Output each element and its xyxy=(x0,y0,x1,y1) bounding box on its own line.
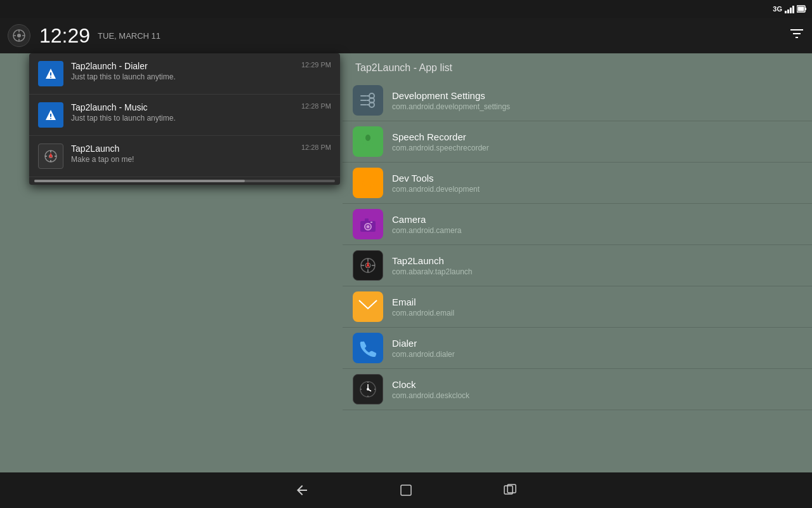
svg-point-66 xyxy=(360,389,362,390)
notif-title-music: Tap2launch - Music xyxy=(71,102,296,112)
notif-subtitle-music: Just tap this to launch anytime. xyxy=(71,114,296,123)
notif-icon-dialer xyxy=(38,61,63,86)
notif-title-tap2launch: Tap2Launch xyxy=(71,144,296,154)
app-list-title: Tap2Launch - App list xyxy=(343,53,812,80)
svg-marker-58 xyxy=(366,261,370,268)
app-icon-dev-tools xyxy=(353,168,383,198)
logo-icon xyxy=(12,29,26,43)
top-bar: 12:29 TUE, MARCH 11 xyxy=(0,18,812,53)
notif-content-music: Tap2launch - Music Just tap this to laun… xyxy=(71,102,296,123)
signal-bars xyxy=(785,4,794,13)
app-package: com.android.development_settings xyxy=(392,102,802,111)
app-info: Dev Tools com.android.development xyxy=(392,173,802,194)
app-package: com.abaralv.tap2launch xyxy=(392,267,802,276)
network-label: 3G xyxy=(773,5,782,13)
notif-content-dialer: Tap2launch - Dialer Just tap this to lau… xyxy=(71,61,296,81)
svg-rect-31 xyxy=(360,104,367,105)
list-item[interactable]: Camera com.android.camera xyxy=(343,204,812,245)
notif-time-dialer: 12:29 PM xyxy=(301,61,331,69)
notif-time-music: 12:28 PM xyxy=(301,102,331,110)
signal-bar-4 xyxy=(792,6,794,13)
svg-point-65 xyxy=(367,396,369,397)
svg-rect-1 xyxy=(805,8,806,10)
app-package: com.android.camera xyxy=(392,226,802,235)
app-logo xyxy=(8,24,30,47)
svg-point-42 xyxy=(366,181,370,185)
svg-point-49 xyxy=(367,225,370,229)
battery-icon xyxy=(797,4,807,13)
app-name: Clock xyxy=(392,379,802,390)
list-item[interactable]: Dialer com.android.dialer xyxy=(343,328,812,369)
sort-icon[interactable] xyxy=(789,27,804,44)
notification-panel: Tap2launch - Dialer Just tap this to lau… xyxy=(29,53,340,185)
status-bar: 3G xyxy=(0,0,812,18)
app-package: com.android.speechrecorder xyxy=(392,144,802,152)
nav-bar xyxy=(0,472,812,508)
app-list-panel: Tap2Launch - App list Development Settin… xyxy=(343,53,812,472)
signal-bar-2 xyxy=(787,10,789,13)
notification-item-dialer[interactable]: Tap2launch - Dialer Just tap this to lau… xyxy=(29,53,340,95)
app-name: Tap2Launch xyxy=(392,255,802,266)
app-package: com.android.dialer xyxy=(392,350,802,359)
notif-time-tap2launch: 12:28 PM xyxy=(301,144,331,151)
app-info: Email com.android.email xyxy=(392,297,802,318)
app-package: com.android.email xyxy=(392,309,802,318)
app-name: Camera xyxy=(392,214,802,225)
app-icon-camera xyxy=(353,209,383,239)
svg-point-64 xyxy=(367,382,369,383)
svg-point-39 xyxy=(365,135,370,141)
app-package: com.android.development xyxy=(392,185,802,194)
app-icon-tap2launch xyxy=(353,250,383,281)
notif-content-tap2launch: Tap2Launch Make a tap on me! xyxy=(71,144,296,164)
app-name: Dev Tools xyxy=(392,173,802,184)
notification-item-tap2launch[interactable]: Tap2Launch Make a tap on me! 12:28 PM xyxy=(29,136,340,177)
list-item[interactable]: Development Settings com.android.develop… xyxy=(343,80,812,121)
list-item[interactable]: Email com.android.email xyxy=(343,286,812,328)
svg-point-18 xyxy=(50,77,51,78)
recent-apps-button[interactable] xyxy=(496,476,524,504)
app-name: Development Settings xyxy=(392,90,802,101)
app-info: Dialer com.android.dialer xyxy=(392,338,802,359)
app-info: Tap2Launch com.abaralv.tap2launch xyxy=(392,255,802,276)
signal-bar-1 xyxy=(785,11,787,13)
app-icon-dev-settings xyxy=(353,85,383,116)
app-info: Clock com.android.deskclock xyxy=(392,379,802,400)
top-bar-actions xyxy=(789,27,804,44)
home-button[interactable] xyxy=(392,476,420,504)
app-list: Development Settings com.android.develop… xyxy=(343,80,812,410)
list-item[interactable]: Dev Tools com.android.development xyxy=(343,163,812,204)
svg-rect-30 xyxy=(360,100,367,101)
app-info: Camera com.android.camera xyxy=(392,214,802,235)
svg-rect-68 xyxy=(401,485,411,495)
app-icon-clock xyxy=(353,374,383,404)
app-icon-email xyxy=(353,291,383,322)
notification-item-music[interactable]: Tap2launch - Music Just tap this to laun… xyxy=(29,95,340,136)
notif-icon-tap2launch xyxy=(38,144,63,169)
app-package: com.android.deskclock xyxy=(392,391,802,400)
signal-bar-3 xyxy=(790,8,792,13)
notif-icon-music xyxy=(38,102,63,128)
list-item[interactable]: Clock com.android.deskclock xyxy=(343,369,812,410)
svg-rect-50 xyxy=(365,218,369,222)
list-item[interactable]: Speech Recorder com.android.speechrecord… xyxy=(343,121,812,163)
notif-subtitle-tap2launch: Make a tap on me! xyxy=(71,155,296,164)
svg-point-4 xyxy=(17,34,21,37)
app-icon-dialer xyxy=(353,333,383,363)
clock-date: TUE, MARCH 11 xyxy=(98,31,160,41)
back-button[interactable] xyxy=(288,476,316,504)
app-name: Speech Recorder xyxy=(392,131,802,142)
app-icon-speech xyxy=(353,126,383,157)
svg-rect-2 xyxy=(798,7,804,11)
app-name: Email xyxy=(392,297,802,307)
svg-rect-29 xyxy=(360,95,367,97)
svg-rect-51 xyxy=(370,222,372,223)
notif-scrollbar-thumb xyxy=(34,180,245,182)
notif-subtitle-dialer: Just tap this to launch anytime. xyxy=(71,72,296,81)
svg-point-21 xyxy=(50,118,51,119)
app-info: Development Settings com.android.develop… xyxy=(392,90,802,111)
list-item[interactable]: Tap2Launch com.abaralv.tap2launch xyxy=(343,245,812,286)
notif-scrollbar xyxy=(34,180,335,182)
app-name: Dialer xyxy=(392,338,802,349)
app-info: Speech Recorder com.android.speechrecord… xyxy=(392,131,802,152)
notif-title-dialer: Tap2launch - Dialer xyxy=(71,61,296,71)
